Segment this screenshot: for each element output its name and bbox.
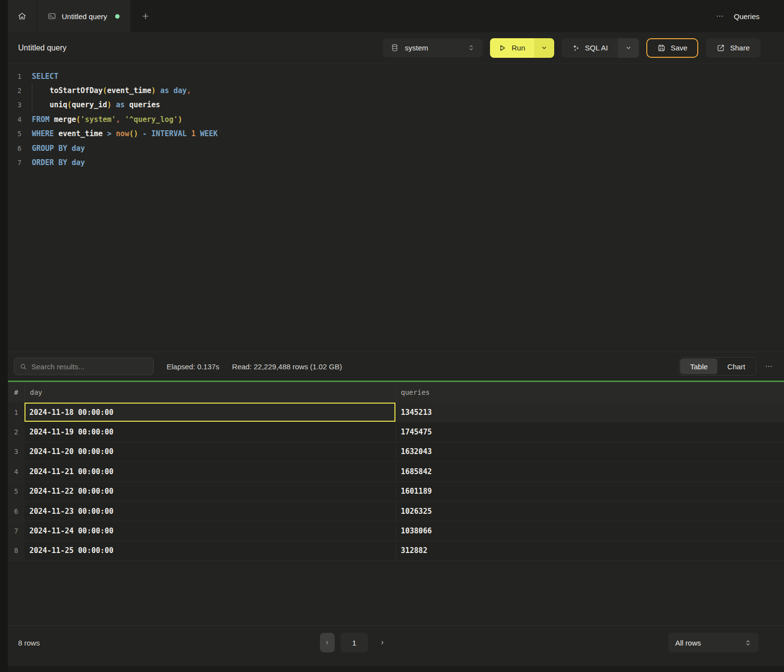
toolbar-actions: system Run [383, 38, 760, 58]
cell-queries[interactable]: 1632043 [396, 442, 784, 461]
code-line[interactable]: 3 uniq(query_id) as queries [8, 98, 784, 112]
code-token: ORDER BY [32, 158, 67, 167]
cell-row-number: 1 [8, 403, 24, 422]
home-button[interactable] [8, 0, 37, 32]
left-edge-strip [0, 0, 8, 672]
cell-row-number: 5 [8, 482, 24, 501]
cell-queries[interactable]: 1745475 [396, 422, 784, 441]
col-header-queries[interactable]: queries [396, 382, 784, 403]
code-lines: 1SELECT2 toStartOfDay(event_time) as day… [8, 69, 784, 170]
view-chart-button[interactable]: Chart [717, 359, 755, 374]
sql-console-app: Untitled query Queries Untitled query [0, 0, 784, 672]
database-name: system [405, 44, 428, 52]
plus-icon [141, 12, 150, 21]
cell-queries[interactable]: 1601189 [396, 482, 784, 501]
cell-queries[interactable]: 1026325 [396, 502, 784, 521]
tab-untitled-query[interactable]: Untitled query [37, 0, 130, 32]
code-token [103, 129, 107, 138]
sparkles-icon [571, 44, 580, 52]
cell-day[interactable]: 2024-11-19 00:00:00 [24, 422, 396, 441]
code-token [32, 100, 49, 109]
cell-queries[interactable]: 1345213 [396, 403, 784, 422]
cell-row-number: 2 [8, 422, 24, 441]
col-header-day[interactable]: day [24, 382, 396, 403]
results-footer: 8 rows 1 All rows [8, 625, 784, 672]
code-line[interactable]: 7ORDER BY day [8, 155, 784, 169]
save-button[interactable]: Save [646, 38, 698, 58]
code-line[interactable]: 6GROUP BY day [8, 141, 784, 155]
code-text: FROM merge('system', '^query_log') [22, 112, 182, 126]
terminal-icon [48, 12, 56, 21]
main-area: Untitled query Queries Untitled query [8, 0, 784, 672]
search-results-input[interactable] [31, 362, 148, 371]
new-tab-button[interactable] [130, 0, 161, 32]
share-button[interactable]: Share [706, 38, 760, 58]
code-token [187, 129, 191, 138]
table-row: 72024-11-24 00:00:001038066 [8, 521, 784, 541]
cell-queries[interactable]: 312882 [396, 541, 784, 560]
table-row: 42024-11-21 00:00:001685842 [8, 462, 784, 481]
sql-ai-button-group: SQL AI [562, 38, 639, 58]
view-table-button[interactable]: Table [680, 359, 717, 374]
sql-editor[interactable]: 1SELECT2 toStartOfDay(event_time) as day… [8, 64, 784, 352]
run-options-button[interactable] [534, 38, 554, 58]
results-options-button[interactable] [762, 360, 775, 373]
code-token [156, 86, 160, 95]
current-page-button[interactable]: 1 [341, 633, 368, 652]
cell-queries[interactable]: 1038066 [396, 521, 784, 540]
queries-link[interactable]: Queries [734, 12, 760, 21]
line-number: 7 [8, 159, 22, 167]
code-token [169, 86, 173, 95]
share-label: Share [730, 44, 750, 52]
line-number: 6 [8, 144, 22, 152]
cell-day[interactable]: 2024-11-24 00:00:00 [24, 521, 396, 540]
code-token: ( [67, 100, 72, 109]
cell-day[interactable]: 2024-11-18 00:00:00 [24, 403, 396, 422]
sql-ai-options-button[interactable] [618, 38, 639, 58]
code-line[interactable]: 2 toStartOfDay(event_time) as day, [8, 83, 784, 97]
home-icon [17, 11, 27, 21]
cell-day[interactable]: 2024-11-25 00:00:00 [24, 541, 396, 560]
cell-day[interactable]: 2024-11-20 00:00:00 [24, 442, 396, 461]
col-header-index[interactable]: # [8, 382, 24, 403]
search-results-box [14, 358, 154, 375]
code-token [125, 100, 129, 109]
cell-day[interactable]: 2024-11-23 00:00:00 [24, 502, 396, 521]
sql-ai-button[interactable]: SQL AI [562, 38, 618, 58]
line-number: 3 [8, 101, 22, 109]
table-row: 52024-11-22 00:00:001601189 [8, 482, 784, 502]
page-title: Untitled query [18, 44, 67, 52]
tab-title: Untitled query [62, 12, 107, 21]
code-line[interactable]: 1SELECT [8, 69, 784, 83]
query-toolbar: Untitled query system [8, 32, 784, 64]
results-toolbar: Elapsed: 0.137s Read: 22,229,488 rows (1… [8, 352, 784, 381]
code-token: event_time [107, 86, 151, 95]
run-button[interactable]: Run [490, 38, 534, 58]
row-count: 8 rows [18, 639, 40, 647]
code-token: queries [129, 100, 160, 109]
unsaved-changes-dot [115, 14, 120, 19]
code-line[interactable]: 5WHERE event_time > now() - INTERVAL 1 W… [8, 127, 784, 141]
code-token [54, 129, 58, 138]
sql-ai-label: SQL AI [585, 44, 608, 52]
cell-day[interactable]: 2024-11-22 00:00:00 [24, 482, 396, 501]
cell-queries[interactable]: 1685842 [396, 462, 784, 481]
tab-bar: Untitled query Queries [8, 0, 784, 32]
page-size-selector[interactable]: All rows [668, 633, 759, 652]
code-token: ) [107, 100, 112, 109]
code-token: as [160, 86, 169, 95]
cell-day[interactable]: 2024-11-21 00:00:00 [24, 462, 396, 481]
cell-row-number: 8 [8, 541, 24, 560]
next-page-button[interactable] [376, 633, 389, 652]
code-token: uniq [49, 100, 67, 109]
line-number: 4 [8, 116, 22, 123]
tab-options-button[interactable] [713, 10, 726, 23]
database-icon [391, 44, 399, 52]
code-token: WEEK [200, 129, 218, 138]
chevron-down-icon [540, 44, 548, 51]
database-selector[interactable]: system [383, 39, 483, 57]
code-line[interactable]: 4FROM merge('system', '^query_log') [8, 112, 784, 126]
code-token: > [107, 129, 112, 138]
table-row: 12024-11-18 00:00:001345213 [8, 403, 784, 422]
prev-page-button[interactable] [320, 633, 335, 652]
